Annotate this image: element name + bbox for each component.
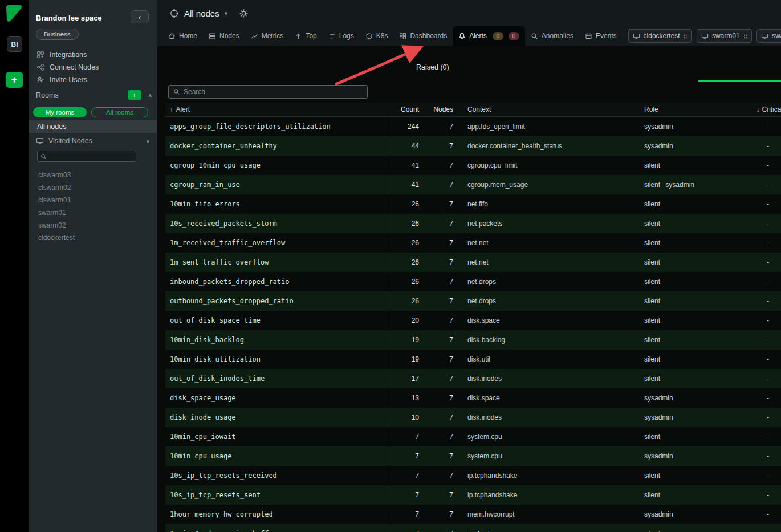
all-rooms-tab[interactable]: All rooms: [91, 107, 148, 117]
table-row[interactable]: 10s_received_packets_storm 26 7 net.pack…: [165, 214, 781, 233]
room-item-all-nodes[interactable]: All nodes: [29, 120, 157, 133]
alert-context: mem.hwcorrupt: [459, 510, 644, 518]
alert-name[interactable]: cgroup_10min_cpu_usage: [165, 156, 392, 175]
table-row[interactable]: cgroup_10min_cpu_usage 41 7 cgroup.cpu_l…: [165, 156, 781, 175]
table-row[interactable]: cgroup_ram_in_use 41 7 cgroup.mem_usage …: [165, 175, 781, 194]
visited-nodes-search[interactable]: [37, 151, 136, 162]
plan-badge[interactable]: Business: [36, 29, 79, 40]
visited-node-item[interactable]: swarm01: [29, 206, 157, 219]
column-header-nodes[interactable]: Nodes: [425, 105, 459, 113]
alert-name[interactable]: 10min_disk_backlog: [165, 330, 392, 350]
alert-nodes: 7: [425, 142, 459, 150]
sidebar-item-integrations[interactable]: Integrations: [29, 48, 157, 61]
tab-dashboards[interactable]: Dashboards: [393, 26, 453, 46]
alert-name[interactable]: 10s_ip_tcp_resets_received: [165, 466, 392, 485]
table-row[interactable]: out_of_disk_inodes_time 17 7 disk.inodes…: [165, 369, 781, 388]
tab-logs[interactable]: Logs: [323, 26, 360, 46]
room-selector[interactable]: All nodes ▾: [169, 9, 227, 18]
node-tab[interactable]: cldockertest ⣿: [628, 29, 692, 43]
tab-alerts[interactable]: Alerts 0 0: [453, 26, 525, 46]
table-row[interactable]: outbound_packets_dropped_ratio 26 7 net.…: [165, 291, 781, 311]
table-row[interactable]: 10min_disk_backlog 19 7 disk.backlog sil…: [165, 330, 781, 350]
table-row[interactable]: out_of_disk_space_time 20 7 disk.space s…: [165, 311, 781, 330]
tab-events[interactable]: Events: [579, 26, 623, 46]
visited-nodes-header[interactable]: Visited Nodes ∧: [36, 137, 150, 145]
table-row[interactable]: docker_container_unhealthy 44 7 docker.c…: [165, 136, 781, 156]
alert-name[interactable]: docker_container_unhealthy: [165, 136, 392, 156]
table-row[interactable]: 1m_received_traffic_overflow 26 7 net.ne…: [165, 233, 781, 253]
netdata-logo-icon[interactable]: [5, 4, 24, 22]
rooms-collapse-icon[interactable]: ∧: [148, 92, 152, 98]
tab-k8s[interactable]: K8s: [360, 26, 394, 46]
table-row[interactable]: inbound_packets_dropped_ratio 26 7 net.d…: [165, 272, 781, 291]
column-header-count[interactable]: Count: [392, 105, 425, 113]
alerts-search[interactable]: [168, 85, 368, 99]
alert-name[interactable]: inbound_packets_dropped_ratio: [165, 272, 392, 291]
drag-handle-icon[interactable]: ⣿: [684, 33, 688, 39]
alert-name[interactable]: 10min_fifo_errors: [165, 194, 392, 214]
table-row[interactable]: 10min_cpu_iowait 7 7 system.cpu silent -: [165, 427, 781, 446]
visited-node-item[interactable]: swarm02: [29, 219, 157, 232]
table-row[interactable]: 10min_fifo_errors 26 7 net.fifo silent -: [165, 194, 781, 214]
table-row[interactable]: disk_space_usage 13 7 disk.space sysadmi…: [165, 388, 781, 408]
alert-name[interactable]: out_of_disk_inodes_time: [165, 369, 392, 388]
visited-collapse-icon[interactable]: ∧: [146, 138, 150, 144]
visited-node-item[interactable]: clswarm01: [29, 194, 157, 206]
space-avatar[interactable]: Bl: [7, 36, 22, 52]
tab-home[interactable]: Home: [162, 26, 203, 46]
tab-anomalies[interactable]: Anomalies: [525, 26, 579, 46]
alert-name[interactable]: disk_inode_usage: [165, 408, 392, 427]
add-space-button[interactable]: +: [6, 72, 23, 88]
sidebar-collapse-button[interactable]: ‹: [131, 10, 149, 23]
visited-nodes-label: Visited Nodes: [48, 137, 92, 145]
sidebar-item-connect-nodes[interactable]: Connect Nodes: [29, 61, 157, 74]
add-room-button[interactable]: +: [128, 90, 141, 100]
alert-name[interactable]: 10s_ip_tcp_resets_sent: [165, 485, 392, 505]
column-header-critical[interactable]: ↓ Critical: [750, 105, 781, 113]
alert-name[interactable]: 1m_sent_traffic_overflow: [165, 253, 392, 272]
alert-nodes: 7: [425, 336, 459, 344]
alert-name[interactable]: 10min_disk_utilization: [165, 350, 392, 369]
table-row[interactable]: 1hour_memory_hw_corrupted 7 7 mem.hwcorr…: [165, 505, 781, 524]
table-row[interactable]: apps_group_file_descriptors_utilization …: [165, 117, 781, 136]
tab-nodes[interactable]: Nodes: [203, 26, 245, 46]
table-row[interactable]: disk_inode_usage 10 7 disk.inodes sysadm…: [165, 408, 781, 427]
my-rooms-tab[interactable]: My rooms: [33, 107, 87, 117]
tab-top[interactable]: Top: [289, 26, 322, 46]
alert-count: 7: [392, 452, 425, 460]
column-header-context[interactable]: Context: [459, 105, 644, 113]
alert-critical: -: [750, 530, 781, 532]
alerts-search-input[interactable]: [184, 88, 363, 96]
visited-nodes-search-input[interactable]: [49, 153, 133, 160]
table-row[interactable]: 1m_ipv4_udp_receive_buffer_errors 7 7 ip…: [165, 524, 781, 532]
table-row[interactable]: 10min_disk_utilization 19 7 disk.util si…: [165, 350, 781, 369]
visited-node-item[interactable]: clswarm03: [29, 169, 157, 181]
nodes-icon: [209, 33, 216, 40]
table-row[interactable]: 1m_sent_traffic_overflow 26 7 net.net si…: [165, 253, 781, 272]
alert-name[interactable]: 10min_cpu_iowait: [165, 427, 392, 446]
alert-name[interactable]: 1hour_memory_hw_corrupted: [165, 505, 392, 524]
node-tab[interactable]: swarm01 ⣿: [756, 29, 781, 43]
room-settings-button[interactable]: [239, 9, 249, 18]
visited-node-item[interactable]: clswarm02: [29, 181, 157, 194]
visited-node-item[interactable]: cldockertest: [29, 232, 157, 244]
node-tab[interactable]: swarm01 ⣿: [697, 29, 752, 43]
alert-name[interactable]: apps_group_file_descriptors_utilization: [165, 117, 392, 136]
alert-name[interactable]: 10min_cpu_usage: [165, 446, 392, 466]
table-row[interactable]: 10min_cpu_usage 7 7 system.cpu sysadmin …: [165, 446, 781, 466]
table-row[interactable]: 10s_ip_tcp_resets_received 7 7 ip.tcphan…: [165, 466, 781, 485]
drag-handle-icon[interactable]: ⣿: [743, 33, 747, 39]
alert-name[interactable]: cgroup_ram_in_use: [165, 175, 392, 194]
table-row[interactable]: 10s_ip_tcp_resets_sent 7 7 ip.tcphandsha…: [165, 485, 781, 505]
raised-tab[interactable]: Raised (0): [416, 63, 449, 71]
alert-name[interactable]: disk_space_usage: [165, 388, 392, 408]
alert-name[interactable]: 1m_ipv4_udp_receive_buffer_errors: [165, 524, 392, 532]
alert-name[interactable]: 10s_received_packets_storm: [165, 214, 392, 233]
tab-metrics[interactable]: Metrics: [245, 26, 290, 46]
alert-name[interactable]: outbound_packets_dropped_ratio: [165, 291, 392, 311]
sidebar-item-invite-users[interactable]: Invite Users: [29, 74, 157, 86]
column-header-alert[interactable]: ↑ Alert: [165, 105, 392, 113]
alert-name[interactable]: 1m_received_traffic_overflow: [165, 233, 392, 253]
column-header-role[interactable]: Role: [644, 105, 750, 113]
alert-name[interactable]: out_of_disk_space_time: [165, 311, 392, 330]
